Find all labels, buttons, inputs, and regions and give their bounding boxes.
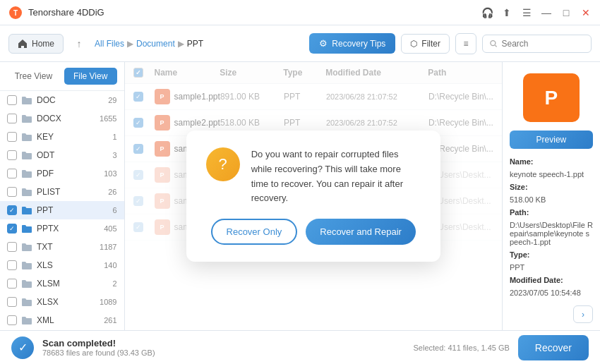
close-button[interactable]: ✕ [580, 7, 592, 18]
sidebar-item-checkbox[interactable] [7, 169, 17, 178]
home-icon [18, 39, 28, 49]
sidebar-item-name: XLSM [37, 279, 108, 289]
folder-icon [21, 223, 32, 234]
breadcrumb-sep2: ▶ [178, 39, 184, 49]
folder-icon [21, 113, 32, 124]
main-layout: Tree View File View DOC29DOCX1655KEY1ODT… [0, 62, 600, 330]
sidebar-item-xlsm[interactable]: XLSM2 [0, 274, 124, 293]
sidebar-item-name: PDF [37, 169, 100, 178]
sidebar: Tree View File View DOC29DOCX1655KEY1ODT… [0, 62, 125, 330]
recover-only-button[interactable]: Recover Only [211, 219, 298, 245]
next-arrow-button[interactable]: › [573, 305, 593, 323]
sidebar-item-checkbox[interactable] [7, 132, 17, 142]
filter-button[interactable]: ⬡ Filter [401, 34, 450, 54]
folder-icon [21, 315, 32, 326]
preview-thumbnail: P [523, 73, 580, 122]
sidebar-item-checkbox[interactable] [7, 150, 17, 160]
dialog-body: ? Do you want to repair corrupted files … [206, 147, 421, 206]
path-label: Path: [510, 208, 593, 217]
sidebar-item-count: 405 [104, 224, 116, 233]
minimize-button[interactable]: — [541, 7, 552, 18]
modified-label: Modified Date: [510, 276, 593, 284]
recover-repair-button[interactable]: Recover and Repair [306, 219, 416, 245]
list-view-button[interactable]: ≡ [455, 33, 476, 54]
recovery-tips-icon: ⚙ [319, 38, 328, 49]
sidebar-item-name: PPTX [37, 224, 100, 233]
sidebar-item-count: 1089 [100, 298, 116, 306]
scan-title: Scan completed! [42, 338, 155, 348]
sidebar-item-count: 1655 [100, 114, 116, 123]
sidebar-item-xml[interactable]: XML261 [0, 311, 124, 329]
breadcrumb-all-files[interactable]: All Files [95, 39, 124, 49]
breadcrumb-document[interactable]: Document [136, 39, 175, 49]
folder-icon [21, 241, 32, 253]
file-area: ✓ Name Size Type Modified Date Path Psam… [125, 62, 502, 330]
dialog-overlay: ? Do you want to repair corrupted files … [125, 62, 502, 330]
file-view-button[interactable]: File View [64, 68, 117, 85]
headphones-icon[interactable]: 🎧 [481, 7, 493, 18]
sidebar-item-ppt[interactable]: PPT6 [0, 201, 124, 219]
sidebar-item-name: PLIST [37, 187, 104, 197]
sidebar-item-name: DOC [37, 95, 104, 105]
recovery-tips-button[interactable]: ⚙ Recovery Tips [309, 33, 395, 54]
right-panel: P Preview Name: keynote speech-1.ppt Siz… [502, 62, 600, 330]
svg-text:T: T [13, 9, 18, 17]
svg-point-2 [491, 40, 496, 45]
title-bar: T Tenorshare 4DDiG 🎧 ⬆ ☰ — □ ✕ [0, 0, 600, 25]
breadcrumb-current: PPT [187, 39, 203, 49]
search-input[interactable] [502, 39, 584, 49]
folder-icon [21, 95, 32, 106]
folder-icon [21, 150, 32, 161]
back-button[interactable]: ↑ [69, 34, 89, 54]
sidebar-item-count: 261 [104, 316, 116, 324]
menu-icon[interactable]: ☰ [521, 7, 532, 18]
sidebar-item-checkbox[interactable] [7, 224, 17, 233]
sidebar-item-key[interactable]: KEY1 [0, 128, 124, 146]
recover-button[interactable]: Recover [518, 335, 589, 360]
sidebar-item-checkbox[interactable] [7, 95, 17, 105]
folder-icon [21, 186, 32, 198]
sidebar-item-doc[interactable]: DOC29 [0, 91, 124, 109]
sidebar-item-odt[interactable]: ODT3 [0, 146, 124, 164]
app-title: Tenorshare 4DDiG [28, 7, 104, 18]
home-button[interactable]: Home [8, 34, 64, 54]
sidebar-item-count: 1187 [100, 243, 116, 251]
path-value: D:\Users\Desktop\File Repair\sample\keyn… [510, 221, 593, 246]
file-metadata: Name: keynote speech-1.ppt Size: 518.00 … [510, 157, 593, 297]
sidebar-item-xls[interactable]: XLS140 [0, 256, 124, 274]
size-label: Size: [510, 183, 593, 191]
sidebar-item-name: XLS [37, 260, 100, 270]
sidebar-item-checkbox[interactable] [7, 187, 17, 197]
sidebar-item-name: PPT [37, 205, 108, 215]
size-value: 518.00 KB [510, 195, 593, 204]
svg-line-3 [495, 45, 496, 47]
preview-button[interactable]: Preview [510, 131, 593, 149]
sidebar-item-pdf[interactable]: PDF103 [0, 164, 124, 183]
sidebar-item-checkbox[interactable] [7, 205, 17, 215]
title-bar-left: T Tenorshare 4DDiG [8, 6, 104, 20]
share-icon[interactable]: ⬆ [501, 7, 512, 18]
sidebar-item-checkbox[interactable] [7, 297, 17, 307]
sidebar-item-txt[interactable]: TXT1187 [0, 238, 124, 256]
name-label: Name: [510, 157, 593, 166]
sidebar-item-name: TXT [37, 242, 95, 252]
sidebar-item-plist[interactable]: PLIST26 [0, 183, 124, 201]
sidebar-item-docx[interactable]: DOCX1655 [0, 109, 124, 128]
sidebar-item-name: ODT [37, 150, 108, 160]
filter-label: Filter [421, 39, 440, 49]
maximize-button[interactable]: □ [560, 7, 572, 18]
sidebar-item-xlsx[interactable]: XLSX1089 [0, 293, 124, 311]
tree-view-button[interactable]: Tree View [7, 68, 60, 85]
sidebar-item-pptx[interactable]: PPTX405 [0, 219, 124, 238]
sidebar-item-checkbox[interactable] [7, 260, 17, 270]
sidebar-item-checkbox[interactable] [7, 242, 17, 252]
recovery-tips-label: Recovery Tips [332, 39, 385, 49]
sidebar-item-checkbox[interactable] [7, 114, 17, 123]
sidebar-item-checkbox[interactable] [7, 315, 17, 325]
filter-icon: ⬡ [410, 39, 417, 49]
sidebar-item-count: 2 [112, 279, 116, 288]
sidebar-item-checkbox[interactable] [7, 279, 17, 289]
sidebar-item-name: XML [37, 315, 100, 325]
status-bar: ✓ Scan completed! 78683 files are found … [0, 330, 600, 364]
dialog-actions: Recover Only Recover and Repair [206, 219, 421, 245]
